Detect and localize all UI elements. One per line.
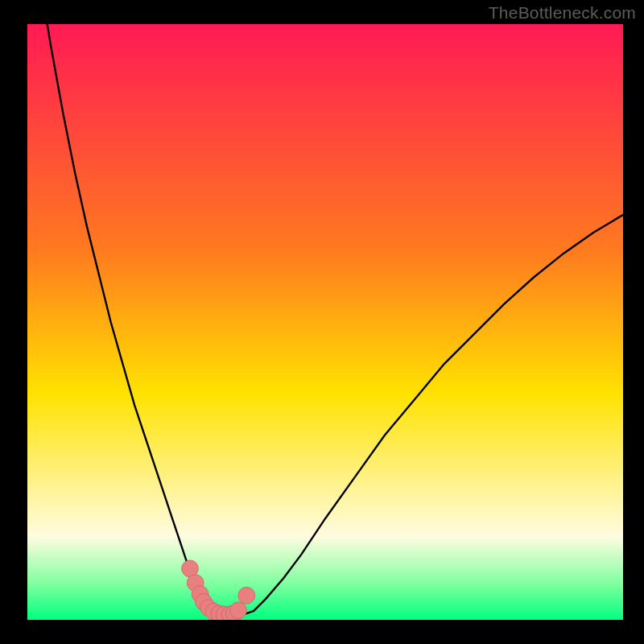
gradient-panel: [27, 24, 623, 620]
marker-dot: [230, 602, 247, 619]
watermark-text: TheBottleneck.com: [489, 3, 636, 23]
bottleneck-chart: [0, 0, 644, 644]
marker-dot: [238, 587, 255, 604]
chart-stage: TheBottleneck.com: [0, 0, 644, 644]
